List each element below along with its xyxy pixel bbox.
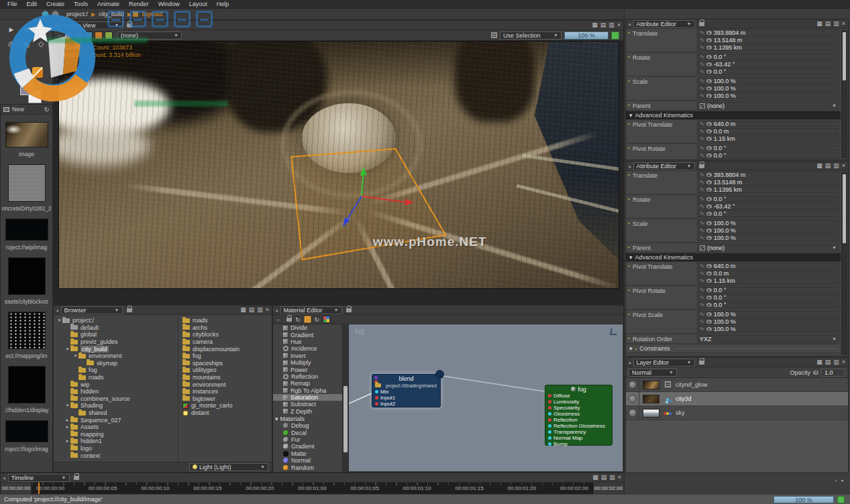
attribute-value-field[interactable]: ∿393.8804 m xyxy=(697,172,839,178)
node-port-mix[interactable]: Mix xyxy=(372,389,440,395)
asset-thumbnail-item[interactable]: ssets/cityblockviz xyxy=(1,257,52,305)
node-type-power[interactable]: Power xyxy=(273,366,348,373)
animation-curve-icon[interactable]: ∿ xyxy=(700,295,704,300)
attribute-value-field[interactable]: ∿100.0 % xyxy=(697,235,839,241)
collapse-icon[interactable]: ▴ xyxy=(56,308,59,313)
menu-item-help[interactable]: Help xyxy=(212,1,234,7)
maximize-icon[interactable]: ▥ xyxy=(833,359,839,365)
tree-expand-icon[interactable]: ▸ xyxy=(64,424,70,430)
list-item-spaceships[interactable]: spaceships xyxy=(178,360,272,367)
tree-item-default[interactable]: default xyxy=(54,324,178,332)
split-vertical-icon[interactable]: ▤ xyxy=(249,307,255,313)
panel-icon[interactable]: ▪ xyxy=(841,477,843,484)
animation-curve-icon[interactable]: ∿ xyxy=(700,228,704,233)
timeline-ticks[interactable]: 00:00:00:0000:00:00:0500:00:00:1000:00:0… xyxy=(32,483,592,494)
asset-thumbnail[interactable] xyxy=(5,122,48,147)
breadcrumb-segment[interactable]: project:/ xyxy=(66,11,88,17)
animation-curve-icon[interactable]: ∿ xyxy=(700,196,704,202)
eye-icon[interactable] xyxy=(706,236,712,240)
animation-curve-icon[interactable]: ∿ xyxy=(700,121,704,127)
node-port-diffuse[interactable]: Diffuse xyxy=(545,393,612,399)
attribute-value-field[interactable]: ∿0.0 ° xyxy=(697,145,839,151)
attribute-value-field[interactable]: ∿0.0 ° xyxy=(697,287,839,294)
list-item-camera[interactable]: camera xyxy=(178,338,272,346)
browser-type-dropdown[interactable]: Browser ▼ xyxy=(61,306,123,314)
eye-icon[interactable] xyxy=(706,221,712,225)
playhead[interactable] xyxy=(38,483,40,494)
visibility-toggle-icon[interactable] xyxy=(629,409,637,417)
node-port-reflection[interactable]: Reflection xyxy=(545,417,612,423)
material-type-decal[interactable]: Decal xyxy=(273,429,348,436)
collapse-icon[interactable]: ▴ xyxy=(629,164,631,169)
list-item-roads[interactable]: roads xyxy=(178,317,272,324)
material-editor-type-dropdown[interactable]: Material Editor ▼ xyxy=(280,306,342,314)
node-type-remap[interactable]: Remap xyxy=(273,380,348,387)
animation-curve-icon[interactable]: ∿ xyxy=(700,54,704,60)
attribute-value-field[interactable]: ∿393.8804 m xyxy=(697,29,839,36)
lock-icon[interactable] xyxy=(699,22,704,26)
checker-background-icon[interactable] xyxy=(74,32,83,40)
asset-thumbnail-item[interactable]: oncreteDirty0282_2 xyxy=(1,164,52,212)
close-icon[interactable]: × xyxy=(842,21,845,27)
close-icon[interactable]: × xyxy=(618,475,621,481)
menu-item-edit[interactable]: Edit xyxy=(22,1,42,7)
split-vertical-icon[interactable]: ▤ xyxy=(601,475,607,481)
lock-view-icon[interactable] xyxy=(286,318,292,322)
layer-row-sky[interactable]: sky xyxy=(626,406,848,420)
animation-curve-icon[interactable]: ∿ xyxy=(700,129,704,134)
eye-icon[interactable] xyxy=(813,371,818,375)
tree-item-shared[interactable]: shared xyxy=(54,410,178,417)
attribute-dropdown[interactable]: (none)▼ xyxy=(697,244,839,251)
attribute-value-field[interactable]: ∿0.0 ° xyxy=(697,210,839,217)
list-item-distant[interactable]: distant xyxy=(178,410,272,417)
animation-curve-icon[interactable]: ∿ xyxy=(700,69,704,74)
collapse-icon[interactable]: ▴ xyxy=(56,23,59,28)
maximize-icon[interactable]: ▥ xyxy=(608,22,615,28)
panel-icon[interactable]: ▫ xyxy=(835,477,837,484)
lock-icon[interactable] xyxy=(127,23,132,27)
scrollbar-thumb[interactable] xyxy=(343,386,348,452)
tree-item-global[interactable]: global xyxy=(54,331,178,338)
shape-tool-icon[interactable]: ◇ xyxy=(36,40,46,48)
attribute-value-field[interactable]: ∿13.5148 m xyxy=(697,37,839,44)
animation-curve-icon[interactable]: ∿ xyxy=(700,312,704,317)
list-item-displacemountain[interactable]: displacemountain xyxy=(178,345,272,353)
animation-curve-icon[interactable]: ∿ xyxy=(700,86,704,91)
tree-item-shading[interactable]: ▾Shading xyxy=(54,402,178,410)
material-type-matte[interactable]: Matte xyxy=(273,450,348,457)
material-type-debug[interactable]: Debug xyxy=(273,422,348,429)
animation-curve-icon[interactable]: ∿ xyxy=(700,271,704,276)
fog-material-node[interactable]: fog DiffuseLuminositySpecularityGlossine… xyxy=(545,385,613,446)
eye-icon[interactable] xyxy=(706,31,712,35)
attribute-value-field[interactable]: ∿100.0 % xyxy=(697,318,839,325)
scrollbar[interactable] xyxy=(841,172,847,355)
reload-icon[interactable]: ↻ xyxy=(315,316,320,323)
eye-icon[interactable] xyxy=(706,62,712,66)
eye-icon[interactable] xyxy=(706,229,712,233)
port-dot-icon[interactable] xyxy=(548,400,551,403)
node-type-saturation[interactable]: Saturation xyxy=(273,394,348,401)
node-type-substract[interactable]: Substract xyxy=(273,401,348,407)
asset-thumbnail[interactable] xyxy=(5,218,48,241)
attribute-value-field[interactable]: ∿0.0 ° xyxy=(697,54,839,60)
add-tool-icon[interactable]: ⊕ xyxy=(21,25,31,34)
section-expand-icon[interactable]: ▾ xyxy=(629,254,633,261)
attribute-value-field[interactable]: ∿100.0 % xyxy=(697,311,839,318)
select-tool-icon[interactable]: ► xyxy=(7,25,16,34)
port-dot-icon[interactable] xyxy=(548,406,551,410)
list-item-gi-monte-carlo[interactable]: gi_monte_carlo xyxy=(178,402,272,410)
list-item-fog[interactable]: fog xyxy=(178,353,272,360)
eye-icon[interactable] xyxy=(706,122,712,126)
animation-curve-icon[interactable]: ∿ xyxy=(700,220,704,226)
collapse-icon[interactable]: ▴ xyxy=(276,308,278,313)
eye-icon[interactable] xyxy=(706,94,712,98)
split-horizontal-icon[interactable]: ▦ xyxy=(592,475,598,481)
tree-expand-icon[interactable]: ▸ xyxy=(64,418,70,423)
animation-curve-icon[interactable]: ∿ xyxy=(700,38,704,43)
section-header-advanced-kinematics[interactable]: ▾Advanced Kinematics xyxy=(626,253,841,262)
animation-curve-icon[interactable]: ∿ xyxy=(700,172,704,178)
eye-icon[interactable] xyxy=(706,38,712,42)
end-frame-field[interactable]: 00:00:02:00 xyxy=(592,483,624,494)
save-image-icon[interactable] xyxy=(64,32,72,40)
attribute-value-field[interactable]: ∿100.0 % xyxy=(697,220,839,227)
